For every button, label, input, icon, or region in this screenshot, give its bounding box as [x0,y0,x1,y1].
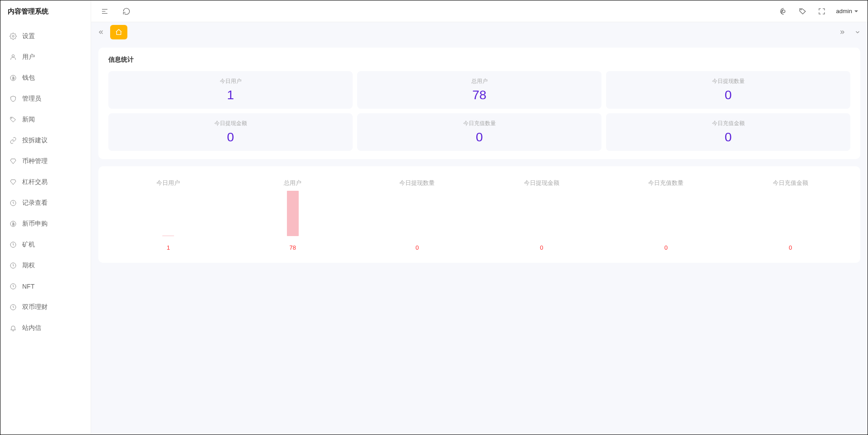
bar-track [162,191,174,236]
svg-point-1 [12,55,14,57]
svg-point-10 [782,10,785,13]
stat-label: 今日提现数量 [611,77,846,85]
chart-value: 0 [540,244,543,251]
stat-value: 0 [362,130,597,145]
collapse-sidebar-button[interactable] [100,7,109,16]
sidebar-item-label: 投拆建议 [22,136,48,145]
sidebar-item-label: 杠杆交易 [22,178,48,186]
coin-icon [10,74,17,82]
sidebar-item-label: 记录查看 [22,199,48,207]
bar-track [785,191,796,236]
coin-icon [10,220,17,227]
stat-value: 0 [611,88,846,102]
chart-column: 今日充值金额0 [731,179,851,251]
chart-value: 0 [789,244,792,251]
tag-button[interactable] [798,7,807,16]
sidebar-item-admin[interactable]: 管理员 [0,88,91,109]
sidebar-item-miner[interactable]: 矿机 [0,234,91,255]
home-icon [115,29,122,36]
tag-icon [10,116,17,123]
sidebar-item-label: 管理员 [22,95,41,103]
tab-home[interactable] [110,25,127,39]
topbar: admin [91,0,868,22]
stat-label: 今日用户 [113,77,348,85]
chart-column-label: 今日用户 [156,179,180,187]
sidebar-item-options[interactable]: 期权 [0,255,91,276]
tab-scroll-left-button[interactable] [96,27,107,38]
logo: 内容管理系统 [0,0,91,22]
clock-icon [10,241,17,248]
sidebar-item-leverage[interactable]: 杠杆交易 [0,172,91,193]
sidebar-item-dual[interactable]: 双币理财 [0,297,91,318]
sidebar-item-coins[interactable]: 币种管理 [0,151,91,172]
chart-column: 今日提现金额0 [482,179,602,251]
clock-icon [10,283,17,290]
theme-button[interactable] [779,7,788,16]
stat-cell: 今日提现金额 0 [108,113,353,151]
bar-fill [287,191,299,236]
sidebar-item-label: 双币理财 [22,303,48,311]
clock-icon [10,262,17,269]
stat-cell: 今日充值数量 0 [357,113,601,151]
stat-cell: 今日用户 1 [108,71,353,109]
sidebar-item-newcoin[interactable]: 新币申购 [0,213,91,234]
sidebar-item-nft[interactable]: NFT [0,276,91,297]
sidebar-item-settings[interactable]: 设置 [0,26,91,47]
chart-column-label: 今日提现数量 [399,179,435,187]
app-title: 内容管理系统 [8,7,48,16]
sidebar-item-news[interactable]: 新闻 [0,109,91,130]
sidebar-item-label: 钱包 [22,74,35,82]
shield-icon [10,95,17,102]
sidebar-item-label: NFT [22,283,34,290]
stat-label: 今日充值金额 [611,120,846,127]
link-icon [10,137,17,144]
sidebar-item-wallet[interactable]: 钱包 [0,68,91,88]
chart-value: 1 [167,244,170,251]
stat-value: 1 [113,88,348,102]
bar-fill [162,236,174,236]
stat-value: 78 [362,88,597,102]
bar-track [411,191,423,236]
tab-dropdown-button[interactable] [852,27,863,38]
sidebar-menu: 设置 用户 钱包 管理员 新闻 投拆建议 [0,22,91,435]
clock-icon [10,199,17,207]
sidebar: 内容管理系统 设置 用户 钱包 管理员 新闻 [0,0,91,435]
chart-row: 今日用户1总用户78今日提现数量0今日提现金额0今日充值数量0今日充值金额0 [108,179,850,251]
sidebar-item-label: 币种管理 [22,157,48,165]
stat-cell: 今日提现数量 0 [606,71,850,109]
sidebar-item-label: 新闻 [22,116,35,124]
stat-label: 今日提现金额 [113,120,348,127]
user-dropdown[interactable]: admin [836,8,858,14]
stats-card: 信息统计 今日用户 1 总用户 78 今日提现数量 0 今日 [98,48,860,159]
sidebar-item-user[interactable]: 用户 [0,47,91,68]
svg-point-11 [800,9,801,10]
sidebar-item-label: 矿机 [22,241,35,249]
stat-cell: 总用户 78 [357,71,601,109]
sidebar-item-label: 用户 [22,53,35,61]
chart-column-label: 总用户 [284,179,301,187]
stats-title: 信息统计 [108,56,850,64]
sidebar-item-message[interactable]: 站内信 [0,318,91,338]
chart-value: 0 [664,244,668,251]
diamond-icon [10,179,17,186]
bar-track [287,191,299,236]
sidebar-item-records[interactable]: 记录查看 [0,193,91,213]
bar-track [536,191,548,236]
tab-scroll-right-button[interactable] [837,27,848,38]
sidebar-item-complaint[interactable]: 投拆建议 [0,130,91,151]
diamond-icon [10,158,17,165]
sidebar-item-label: 期权 [22,261,35,270]
chart-value: 0 [416,244,419,251]
sidebar-item-label: 站内信 [22,324,41,332]
refresh-button[interactable] [122,7,131,16]
chart-column: 今日提现数量0 [357,179,477,251]
chart-column-label: 今日充值金额 [773,179,808,187]
chart-column: 总用户78 [233,179,353,251]
main: admin 信息统计 [91,0,868,435]
stat-value: 0 [611,130,846,145]
content: 信息统计 今日用户 1 总用户 78 今日提现数量 0 今日 [91,42,868,435]
chevron-down-icon [854,9,858,14]
fullscreen-button[interactable] [817,7,826,16]
sidebar-item-label: 设置 [22,32,35,40]
chart-column-label: 今日提现金额 [524,179,559,187]
